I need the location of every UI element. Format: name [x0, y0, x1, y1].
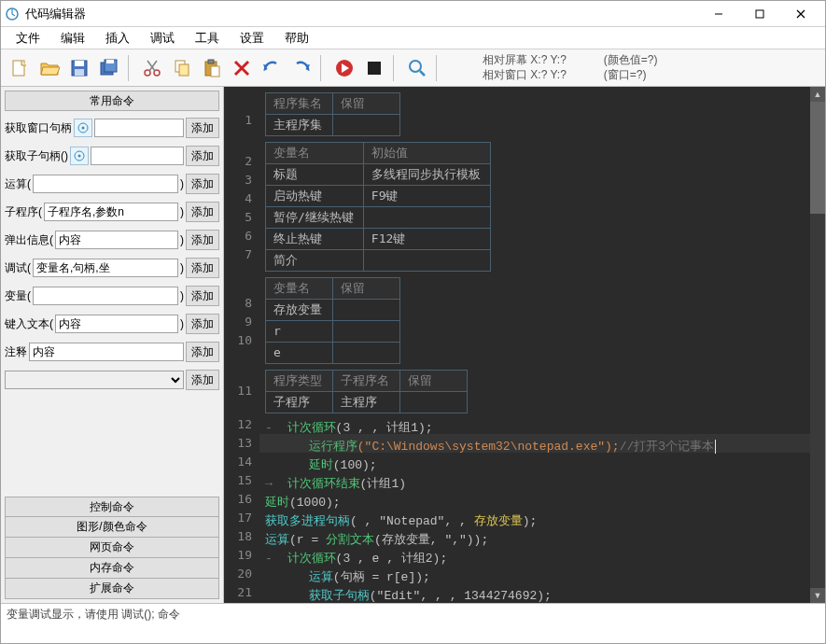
color-window-info: (颜色值=?) (窗口=?) [604, 53, 658, 82]
svg-rect-2 [756, 10, 763, 18]
new-file-button[interactable] [6, 54, 34, 82]
stop-button[interactable] [360, 54, 388, 82]
cat-web[interactable]: 网页命令 [5, 538, 219, 558]
code-line: 获取多进程句柄( , "Notepad", , 存放变量); [265, 512, 825, 531]
save-all-button[interactable] [95, 54, 123, 82]
screen-coords: 相对屏幕 X:? Y:? 相对窗口 X:? Y:? [483, 53, 567, 82]
save-button[interactable] [65, 54, 93, 82]
add-button[interactable]: 添加 [186, 258, 219, 278]
cmd-get-window-handle: 获取窗口句柄 添加 [5, 117, 219, 139]
common-commands-button[interactable]: 常用命令 [5, 91, 219, 111]
add-button[interactable]: 添加 [186, 174, 219, 194]
cat-memory[interactable]: 内存命令 [5, 558, 219, 579]
variables-table: 变量名初始值 标题多线程同步执行模板 启动热键F9键 暂停/继续热键 终止热键F… [265, 142, 491, 272]
cmd-input[interactable] [91, 147, 184, 165]
code-line: 延时(1000); [265, 494, 825, 512]
add-button[interactable]: 添加 [186, 202, 219, 222]
cmd-input[interactable] [33, 259, 178, 277]
cmd-variable: 变量( ) 添加 [5, 285, 219, 307]
program-set-table: 程序集名保留 主程序集 [265, 92, 400, 136]
code-line: - 计次循环(3 , e , 计组2); [265, 550, 825, 568]
cmd-input[interactable] [33, 175, 178, 193]
line-number-gutter: 123456789101112131415161718192021 [224, 87, 259, 603]
toolbar: 相对屏幕 X:? Y:? 相对窗口 X:? Y:? (颜色值=?) (窗口=?) [1, 49, 825, 87]
add-button[interactable]: 添加 [186, 342, 219, 362]
cmd-select[interactable] [5, 371, 184, 389]
add-button[interactable]: 添加 [186, 314, 219, 334]
add-button[interactable]: 添加 [186, 286, 219, 306]
svg-rect-22 [368, 62, 381, 75]
cmd-calc: 运算( ) 添加 [5, 173, 219, 195]
cmd-get-child-handle: 获取子句柄() 添加 [5, 145, 219, 167]
run-button[interactable] [330, 54, 358, 82]
debug-message: 变量调试显示，请使用 调试(); 命令 [7, 607, 819, 623]
cmd-select-row: 添加 [5, 369, 219, 391]
menu-file[interactable]: 文件 [7, 28, 49, 49]
cat-graphics[interactable]: 图形/颜色命令 [5, 517, 219, 538]
close-button[interactable] [780, 1, 821, 27]
copy-button[interactable] [168, 54, 196, 82]
menu-insert[interactable]: 插入 [96, 28, 139, 49]
menu-settings[interactable]: 设置 [231, 28, 273, 49]
menu-tools[interactable]: 工具 [186, 28, 229, 49]
open-file-button[interactable] [35, 54, 63, 82]
scroll-down-icon[interactable]: ▼ [810, 588, 825, 603]
code-line: 运算(r = 分割文本(存放变量, ",")); [265, 531, 825, 550]
target-icon[interactable] [70, 147, 89, 165]
svg-rect-8 [75, 69, 84, 76]
target-icon[interactable] [74, 119, 92, 137]
storage-table: 变量名保留 存放变量 r e [265, 277, 400, 364]
cmd-debug: 调试( ) 添加 [5, 257, 219, 279]
cmd-input[interactable] [44, 203, 178, 221]
app-icon [5, 7, 20, 21]
menubar: 文件 编辑 插入 调试 工具 设置 帮助 [1, 27, 825, 49]
cmd-popup: 弹出信息( ) 添加 [5, 229, 219, 251]
maximize-button[interactable] [739, 1, 780, 27]
add-button[interactable]: 添加 [186, 230, 219, 250]
cmd-input[interactable] [55, 315, 178, 333]
cmd-subprogram: 子程序( ) 添加 [5, 201, 219, 223]
code-line: 获取子句柄("Edit", , , 1344274692); [265, 587, 825, 603]
undo-button[interactable] [258, 54, 286, 82]
cmd-input[interactable] [29, 343, 184, 361]
code-line: → 计次循环结束(计组1) [265, 475, 825, 494]
subprogram-table: 程序类型子程序名保留 子程序主程序 [265, 370, 468, 413]
code-line: 延时(100); [265, 456, 825, 475]
svg-rect-7 [75, 61, 84, 66]
menu-edit[interactable]: 编辑 [51, 28, 94, 49]
minimize-button[interactable] [698, 1, 739, 27]
code-line: 运算(句柄 = r[e]); [265, 568, 825, 587]
scroll-up-icon[interactable]: ▲ [810, 87, 825, 102]
svg-rect-17 [208, 60, 214, 63]
svg-rect-15 [179, 64, 189, 76]
cmd-comment: 注释 添加 [5, 341, 219, 363]
cat-ext[interactable]: 扩展命令 [5, 579, 219, 599]
delete-button[interactable] [228, 54, 256, 82]
window-title: 代码编辑器 [25, 6, 698, 22]
code-editor[interactable]: 123456789101112131415161718192021 程序集名保留… [224, 87, 825, 603]
editor-scrollbar[interactable]: ▲ ▼ [810, 87, 825, 603]
svg-rect-11 [106, 60, 114, 63]
svg-point-28 [78, 155, 81, 158]
scroll-thumb[interactable] [810, 102, 825, 214]
cmd-input[interactable] [55, 231, 178, 249]
redo-button[interactable] [287, 54, 315, 82]
add-button[interactable]: 添加 [186, 370, 219, 390]
cmd-input[interactable] [94, 119, 184, 137]
svg-point-26 [82, 127, 85, 130]
menu-debug[interactable]: 调试 [141, 28, 184, 49]
add-button[interactable]: 添加 [186, 146, 219, 166]
output-panel: 变量调试显示，请使用 调试(); 命令 [1, 603, 825, 644]
cmd-input[interactable] [33, 287, 178, 305]
svg-point-23 [410, 61, 421, 72]
cut-button[interactable] [138, 54, 166, 82]
cmd-type-text: 键入文本( ) 添加 [5, 313, 219, 335]
menu-help[interactable]: 帮助 [275, 28, 318, 49]
find-button[interactable] [403, 54, 431, 82]
paste-button[interactable] [198, 54, 226, 82]
cat-control[interactable]: 控制命令 [5, 497, 219, 517]
svg-rect-18 [211, 66, 219, 77]
add-button[interactable]: 添加 [186, 118, 219, 138]
left-panel: 常用命令 获取窗口句柄 添加 获取子句柄() 添加 运算( ) 添加 子程序( … [1, 87, 224, 603]
svg-line-24 [420, 71, 425, 76]
